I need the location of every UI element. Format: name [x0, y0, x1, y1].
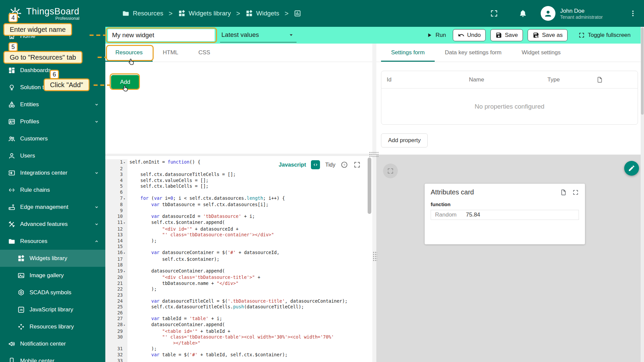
panel-splitter[interactable]	[372, 44, 376, 362]
code-line: 14 );	[105, 238, 372, 244]
page-scrollbar-thumb[interactable]	[641, 27, 644, 115]
run-button[interactable]: Run	[424, 29, 448, 41]
save-as-label: Save as	[542, 32, 562, 39]
code-toggle-button[interactable]	[311, 160, 320, 169]
sidebar-item-notification-center[interactable]: Notification center	[0, 335, 105, 352]
undo-button[interactable]: Undo	[453, 29, 486, 41]
toggle-fullscreen-button[interactable]: Toggle fullscreen	[576, 29, 633, 41]
line-number: 31	[105, 346, 127, 352]
code-lines: 1▾self.onInit = function() {23 self.ctx.…	[105, 156, 372, 362]
breadcrumb: Resources>Widgets library>Widgets>	[122, 10, 301, 17]
sidebar-item-home[interactable]: Home	[0, 27, 105, 45]
page-scrollbar[interactable]	[641, 27, 644, 362]
save-as-icon	[533, 32, 539, 39]
sidebar-item-solution-templates[interactable]: Solution templates	[0, 79, 105, 96]
sidebar-item-users[interactable]: Users	[0, 147, 105, 164]
sidebar-item-edge-management[interactable]: Edge management	[0, 198, 105, 216]
save-as-button[interactable]: Save as	[528, 29, 568, 41]
sidebar-item-image-gallery[interactable]: Image gallery	[0, 267, 105, 284]
editor-fullscreen-button[interactable]	[353, 161, 361, 169]
breadcrumb-item-widgets[interactable]: Widgets	[246, 10, 279, 17]
user-avatar[interactable]	[541, 6, 555, 21]
integrations-icon	[8, 169, 15, 177]
code-line: 30 "' class='tbDatasource-table'><col wi…	[105, 334, 372, 346]
code-line: 21 tbDatasource.name + "</div>"	[105, 281, 372, 287]
line-number: 25	[105, 304, 127, 310]
widgets-icon	[246, 10, 253, 17]
notifications-bell-button[interactable]	[519, 9, 527, 18]
widget-fullscreen-button[interactable]	[572, 189, 579, 196]
sidebar-item-javascript-library[interactable]: JSJavaScript library	[0, 301, 105, 318]
breadcrumb-item-resources[interactable]: Resources	[122, 10, 163, 17]
sidebar-item-profiles[interactable]: Profiles	[0, 113, 105, 130]
sidebar-item-label: SCADA symbols	[30, 289, 71, 296]
attribute-key: Random	[435, 212, 466, 218]
save-label: Save	[505, 32, 518, 39]
more-menu-button[interactable]	[629, 9, 637, 18]
tab-data-key-settings-form[interactable]: Data key settings form	[435, 44, 512, 62]
widget-type-select[interactable]: Latest values	[220, 28, 297, 43]
sidebar-item-integrations-center[interactable]: Integrations center	[0, 164, 105, 181]
sidebar-item-label: Widgets library	[30, 255, 67, 262]
tab-css[interactable]: CSS	[189, 44, 220, 62]
line-number: 16▾	[105, 250, 127, 256]
sidebar-item-resources[interactable]: Resources	[0, 233, 105, 250]
line-number: 33	[105, 358, 127, 362]
splitter-handle-horizontal[interactable]	[369, 152, 378, 157]
help-button[interactable]: ?	[340, 161, 348, 169]
save-button[interactable]: Save	[490, 29, 523, 41]
sidebar-item-label: Notification center	[20, 341, 66, 347]
tab-html[interactable]: HTML	[153, 44, 188, 62]
code-line: 24 var datasourceTitleCell = $('.tbDatas…	[105, 298, 372, 304]
settings-panel: Settings formData key settings formWidge…	[376, 44, 641, 362]
editor-scrollbar-thumb[interactable]	[368, 158, 371, 214]
line-number: 13	[105, 232, 127, 238]
import-property-button[interactable]	[596, 76, 603, 83]
chevron-up-icon	[93, 238, 100, 245]
code-editor[interactable]: 1▾self.onInit = function() {23 self.ctx.…	[105, 156, 372, 362]
sidebar-item-rule-chains[interactable]: Rule chains	[0, 181, 105, 198]
sidebar-item-advanced-features[interactable]: Advanced features	[0, 216, 105, 233]
widget-card-actions	[560, 189, 579, 196]
add-resource-button[interactable]: Add	[111, 75, 139, 89]
sidebar-item-mobile-center[interactable]: Mobile center	[0, 352, 105, 362]
fullscreen-button[interactable]	[490, 9, 498, 18]
edit-widget-button[interactable]	[624, 161, 639, 176]
app-logo[interactable]: ThingsBoard Professional	[0, 6, 105, 21]
line-number: 30	[105, 334, 127, 346]
tidy-button[interactable]: Tidy	[325, 162, 335, 168]
sidebar-item-scada-symbols[interactable]: SCADA symbols	[0, 284, 105, 301]
chevron-down-icon	[93, 204, 100, 210]
file-icon-button[interactable]	[560, 189, 567, 196]
breadcrumb-item-widgets-library[interactable]: Widgets library	[178, 10, 231, 17]
widget-name-input[interactable]	[108, 29, 215, 41]
scada-icon	[17, 289, 25, 296]
code-icon	[313, 162, 318, 168]
code-tabs: ResourcesHTMLCSS	[105, 44, 372, 62]
sidebar-item-label: Edge management	[20, 204, 68, 210]
app-name: ThingsBoard	[26, 6, 79, 16]
tab-settings-form[interactable]: Settings form	[381, 44, 435, 62]
sidebar-item-resources-library[interactable]: Resources library	[0, 318, 105, 335]
user-name: John Doe	[560, 7, 614, 14]
sidebar-item-customers[interactable]: Customers	[0, 130, 105, 147]
code-line: 31 );	[105, 346, 372, 352]
app-header: ThingsBoard Professional Resources>Widge…	[0, 0, 644, 27]
widget-editor-toolbar: Latest values Run Undo Save Save as Togg…	[105, 27, 641, 44]
line-number: 21	[105, 281, 127, 287]
save-icon	[495, 32, 502, 39]
tab-widget-settings[interactable]: Widget settings	[512, 44, 571, 62]
sidebar-item-entities[interactable]: Entities	[0, 96, 105, 113]
sidebar-item-dashboards[interactable]: Dashboards	[0, 62, 105, 79]
sidebar-item-widgets-library[interactable]: Widgets library	[0, 250, 105, 267]
line-number: 3	[105, 172, 127, 178]
tab-resources[interactable]: Resources	[105, 44, 153, 62]
preview-fullscreen-button[interactable]	[383, 164, 398, 178]
user-block[interactable]: John Doe Tenant administrator	[560, 7, 614, 20]
run-label: Run	[435, 32, 446, 39]
breadcrumb-item-current[interactable]	[294, 10, 301, 17]
splitter-handle-vertical[interactable]	[373, 251, 377, 261]
line-number: 11▾	[105, 220, 127, 226]
caret-down-icon	[288, 32, 294, 38]
add-property-button[interactable]: Add property	[381, 133, 428, 147]
